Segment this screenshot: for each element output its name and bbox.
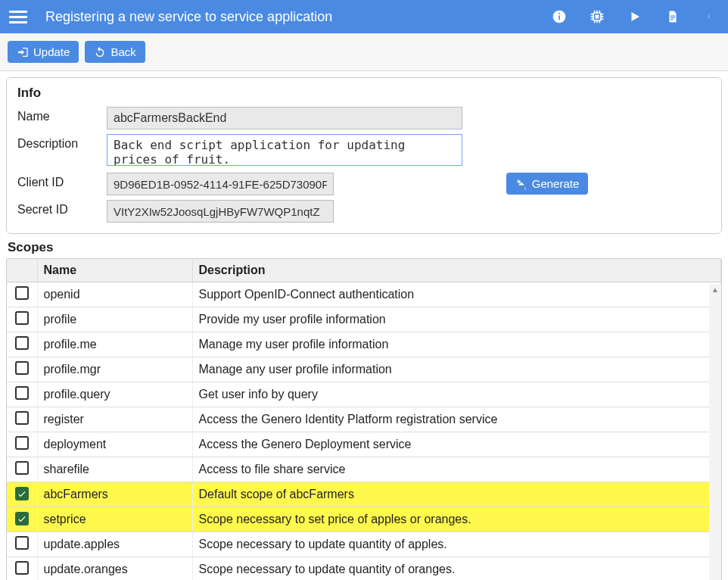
table-row[interactable]: abcFarmersDefault scope of abcFarmers xyxy=(7,482,721,507)
checkbox-cell xyxy=(7,557,37,581)
client-id-label: Client ID xyxy=(17,173,101,189)
table-row[interactable]: profile.mgrManage any user profile infor… xyxy=(7,357,721,382)
scope-description: Scope necessary to set price of apples o… xyxy=(192,507,721,532)
svg-rect-18 xyxy=(670,16,675,17)
scope-name: profile.query xyxy=(37,382,192,407)
checkbox-cell xyxy=(7,507,37,532)
checkbox-cell xyxy=(7,357,37,382)
scopes-panel: Scopes Name Description openidSupport Op… xyxy=(6,240,722,580)
svg-rect-1 xyxy=(558,15,560,20)
scope-description: Manage any user profile information xyxy=(192,357,721,382)
checkbox[interactable] xyxy=(15,286,29,300)
table-row[interactable]: profile.meManage my user profile informa… xyxy=(7,332,721,357)
scope-description: Access the Genero Deployment service xyxy=(192,432,721,457)
checkbox[interactable] xyxy=(15,561,29,575)
table-row[interactable]: update.applesScope necessary to update q… xyxy=(7,532,721,557)
more-icon[interactable] xyxy=(702,8,719,25)
play-icon[interactable] xyxy=(627,8,643,25)
col-header-name[interactable]: Name xyxy=(37,259,192,282)
checkbox[interactable] xyxy=(15,536,29,550)
checkbox-cell xyxy=(7,457,37,482)
scopes-panel-title: Scopes xyxy=(8,240,720,255)
svg-rect-20 xyxy=(670,19,674,20)
scope-description: Support OpenID-Connect authentication xyxy=(192,282,721,307)
table-row[interactable]: registerAccess the Genero Identity Platf… xyxy=(7,407,721,432)
document-icon[interactable] xyxy=(664,8,681,25)
scope-name: abcFarmers xyxy=(37,482,192,507)
description-field[interactable]: Back end script application for updating… xyxy=(107,134,462,166)
svg-rect-4 xyxy=(596,15,599,19)
table-row[interactable]: profileProvide my user profile informati… xyxy=(7,307,721,332)
scope-description: Manage my user profile information xyxy=(192,332,721,357)
info-panel-title: Info xyxy=(17,86,711,101)
secret-id-label: Secret ID xyxy=(17,200,101,217)
col-header-description[interactable]: Description xyxy=(192,259,721,282)
action-toolbar: Update Back xyxy=(0,33,728,71)
svg-point-23 xyxy=(708,17,709,18)
checkbox[interactable] xyxy=(15,461,29,475)
checkbox-cell xyxy=(7,407,37,432)
back-button[interactable]: Back xyxy=(85,41,145,63)
checkbox[interactable] xyxy=(15,336,29,350)
scope-name: sharefile xyxy=(37,457,192,482)
scope-description: Scope necessary to update quantity of or… xyxy=(192,557,721,581)
checkbox[interactable] xyxy=(15,361,29,375)
secret-id-field[interactable] xyxy=(107,200,334,223)
checkbox-cell xyxy=(7,307,37,332)
table-row[interactable]: openidSupport OpenID-Connect authenticat… xyxy=(7,282,721,307)
scrollbar[interactable]: ▲ xyxy=(709,284,721,580)
checkbox[interactable] xyxy=(15,386,29,400)
scope-description: Provide my user profile information xyxy=(192,307,721,332)
generate-button[interactable]: Generate xyxy=(506,173,589,195)
scope-name: profile.me xyxy=(37,332,192,357)
top-bar-actions xyxy=(551,8,719,25)
checkbox-cell xyxy=(7,432,37,457)
svg-point-22 xyxy=(708,16,709,17)
back-button-label: Back xyxy=(110,45,135,58)
checkbox[interactable] xyxy=(15,411,29,425)
scope-name: openid xyxy=(37,282,192,307)
menu-icon[interactable] xyxy=(9,8,27,26)
scopes-table-wrap: Name Description openidSupport OpenID-Co… xyxy=(6,258,722,580)
chip-icon[interactable] xyxy=(589,8,605,25)
scope-name: update.oranges xyxy=(37,557,192,581)
client-id-field[interactable] xyxy=(107,173,334,195)
checkbox-cell xyxy=(7,482,37,507)
svg-rect-19 xyxy=(670,17,675,18)
generate-button-label: Generate xyxy=(532,177,580,190)
checkbox[interactable] xyxy=(15,487,29,500)
checkbox[interactable] xyxy=(15,512,29,525)
table-row[interactable]: sharefileAccess to file share service xyxy=(7,457,721,482)
name-field[interactable] xyxy=(107,107,462,129)
scope-description: Access the Genero Identity Platform regi… xyxy=(192,407,721,432)
checkbox[interactable] xyxy=(15,311,29,325)
svg-rect-2 xyxy=(558,13,560,14)
top-bar: Registering a new service to service app… xyxy=(0,0,728,33)
checkbox-cell xyxy=(7,332,37,357)
info-icon[interactable] xyxy=(551,8,568,25)
checkbox-cell xyxy=(7,282,37,307)
checkbox-cell xyxy=(7,532,37,557)
scope-description: Default scope of abcFarmers xyxy=(192,482,721,507)
name-label: Name xyxy=(17,107,101,123)
svg-point-21 xyxy=(708,14,709,15)
col-header-checkbox xyxy=(7,259,37,282)
table-row[interactable]: update.orangesScope necessary to update … xyxy=(7,557,721,581)
update-button[interactable]: Update xyxy=(8,41,79,63)
page-title: Registering a new service to service app… xyxy=(45,9,551,25)
scope-name: profile.mgr xyxy=(37,357,192,382)
table-row[interactable]: profile.queryGet user info by query xyxy=(7,382,721,407)
scope-name: setprice xyxy=(37,507,192,532)
table-row[interactable]: deploymentAccess the Genero Deployment s… xyxy=(7,432,721,457)
scopes-table: Name Description openidSupport OpenID-Co… xyxy=(7,259,721,580)
scope-name: update.apples xyxy=(37,532,192,557)
scope-description: Get user info by query xyxy=(192,382,721,407)
scroll-up-icon[interactable]: ▲ xyxy=(709,284,721,295)
table-row[interactable]: setpriceScope necessary to set price of … xyxy=(7,507,721,532)
scope-name: register xyxy=(37,407,192,432)
checkbox-cell xyxy=(7,382,37,407)
description-label: Description xyxy=(17,134,101,151)
svg-marker-17 xyxy=(632,12,640,21)
update-button-label: Update xyxy=(33,45,70,58)
checkbox[interactable] xyxy=(15,436,29,450)
